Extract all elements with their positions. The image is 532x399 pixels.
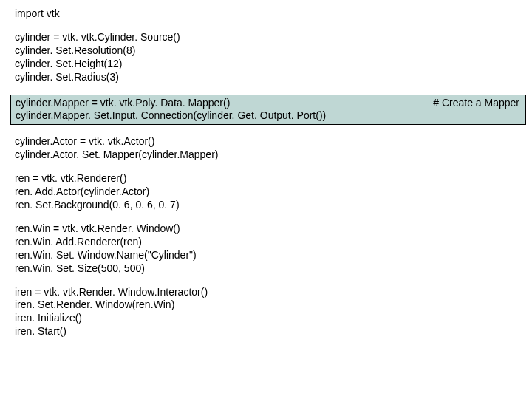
mapper-code-lines: cylinder.Mapper = vtk. vtk.Poly. Data. M… (16, 97, 326, 123)
mapper-block-highlighted: cylinder.Mapper = vtk. vtk.Poly. Data. M… (10, 95, 526, 126)
code-line: ren = vtk. vtk.Renderer() (15, 172, 532, 185)
code-line: iren. Initialize() (15, 312, 532, 325)
code-line: cylinder. Set.Resolution(8) (15, 44, 532, 58)
code-line: cylinder. Set.Radius(3) (15, 71, 532, 84)
code-line: cylinder.Mapper. Set.Input. Connection(c… (16, 109, 326, 123)
actor-block: cylinder.Actor = vtk. vtk.Actor() cylind… (15, 135, 532, 162)
code-line: iren = vtk. vtk.Render. Window.Interacto… (15, 286, 532, 299)
code-line: import vtk (15, 7, 532, 21)
render-window-block: ren.Win = vtk. vtk.Render. Window() ren.… (15, 222, 532, 276)
renderer-block: ren = vtk. vtk.Renderer() ren. Add.Actor… (15, 172, 532, 212)
code-line: ren. Set.Background(0. 6, 0. 6, 0. 7) (15, 199, 532, 212)
cylinder-source-block: cylinder = vtk. vtk.Cylinder. Source() c… (15, 31, 532, 84)
code-line: ren.Win. Set. Size(500, 500) (15, 262, 532, 276)
code-line: ren.Win. Set. Window.Name("Cylinder") (15, 249, 532, 262)
interactor-block: iren = vtk. vtk.Render. Window.Interacto… (15, 286, 532, 339)
code-line: ren.Win = vtk. vtk.Render. Window() (15, 222, 532, 236)
code-line: cylinder.Mapper = vtk. vtk.Poly. Data. M… (16, 97, 326, 110)
code-slide: import vtk cylinder = vtk. vtk.Cylinder.… (0, 0, 532, 338)
code-line: ren. Add.Actor(cylinder.Actor) (15, 185, 532, 199)
mapper-comment: # Create a Mapper (433, 97, 521, 110)
code-line: cylinder = vtk. vtk.Cylinder. Source() (15, 31, 532, 44)
import-block: import vtk (15, 7, 532, 21)
code-line: cylinder.Actor = vtk. vtk.Actor() (15, 135, 532, 149)
code-line: ren.Win. Add.Renderer(ren) (15, 236, 532, 249)
code-line: iren. Set.Render. Window(ren.Win) (15, 299, 532, 312)
code-line: cylinder. Set.Height(12) (15, 58, 532, 71)
code-line: cylinder.Actor. Set. Mapper(cylinder.Map… (15, 149, 532, 162)
code-line: iren. Start() (15, 325, 532, 338)
